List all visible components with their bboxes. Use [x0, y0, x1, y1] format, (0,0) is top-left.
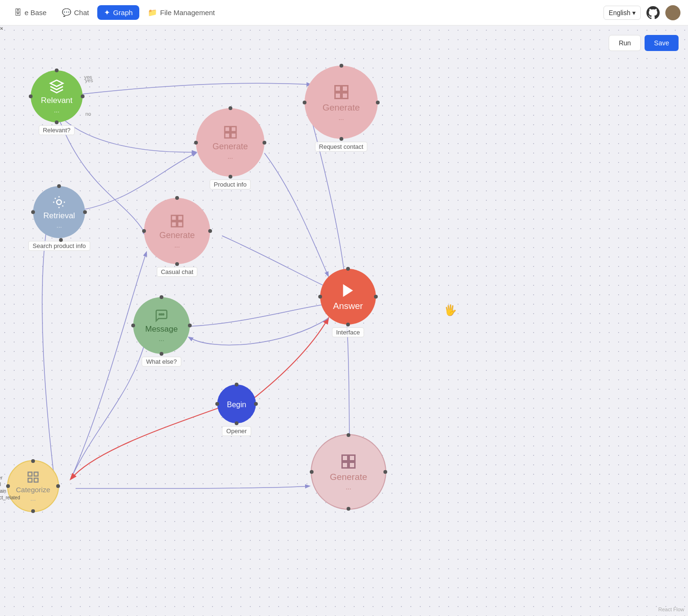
svg-rect-23	[342, 462, 348, 468]
svg-rect-24	[349, 462, 355, 468]
header: 🗄 e Base 💬 Chat ✦ Graph 📁 File Managemen…	[0, 0, 688, 26]
node-relevant[interactable]: yes no Relevant ... Relevant?	[31, 70, 83, 135]
nav-graph[interactable]: ✦ Graph	[97, 5, 139, 20]
handle-right	[376, 101, 380, 104]
tag-casual: casual	[0, 482, 20, 487]
message-label: What else?	[142, 357, 181, 367]
graph-canvas[interactable]: Run Save yes no	[0, 26, 688, 616]
handle-left	[142, 229, 146, 233]
generate-tr-title: Generate	[323, 103, 360, 113]
node-generate-center-mid[interactable]: Generate ... Casual chat	[144, 198, 210, 277]
handle-top	[160, 295, 163, 299]
handle-bottom	[59, 238, 63, 242]
handle-left	[31, 210, 35, 214]
handle-right	[254, 402, 258, 406]
begin-label: Opener	[222, 426, 251, 436]
node-generate-center-top[interactable]: Generate ... Product info	[196, 108, 264, 189]
svg-point-18	[161, 314, 162, 315]
node-generate-bottom[interactable]: Generate ...	[311, 434, 386, 510]
handle-left	[194, 141, 198, 145]
generate-cm-title: Generate	[159, 231, 195, 240]
generate-b-title: Generate	[330, 472, 367, 482]
handle-bottom	[346, 323, 350, 326]
svg-point-17	[159, 314, 161, 315]
tag-answer: answer	[0, 475, 20, 480]
handle-top	[229, 106, 232, 110]
svg-rect-21	[342, 455, 348, 461]
svg-rect-5	[335, 86, 340, 91]
generate-ct-dots: ...	[228, 153, 233, 160]
handle-top	[346, 267, 350, 271]
handle-left	[303, 101, 306, 104]
generate-cm-label: Casual chat	[157, 267, 198, 277]
svg-marker-20	[343, 284, 353, 297]
node-retrieval[interactable]: Retrieval ... Search product info	[28, 186, 90, 251]
svg-rect-15	[171, 222, 177, 227]
nav-left: 🗄 e Base 💬 Chat ✦ Graph 📁 File Managemen…	[8, 5, 221, 20]
handle-top	[55, 68, 59, 72]
handle-bottom	[235, 421, 238, 425]
svg-rect-9	[225, 127, 230, 132]
language-selector[interactable]: English ▾	[603, 6, 641, 20]
handle-top	[235, 383, 238, 386]
message-icon	[154, 308, 169, 323]
retrieval-label: Search product info	[28, 241, 90, 251]
svg-rect-14	[178, 215, 183, 221]
svg-rect-7	[335, 93, 340, 98]
svg-rect-22	[349, 455, 355, 461]
handle-left	[29, 94, 33, 98]
tag-complain: complain	[0, 488, 20, 494]
run-button[interactable]: Run	[609, 35, 641, 51]
svg-rect-16	[178, 222, 183, 227]
svg-point-19	[163, 314, 164, 315]
generate-ct-label: Product info	[210, 180, 251, 189]
handle-bottom	[31, 509, 35, 513]
message-title: Message	[145, 325, 178, 334]
yes-label: yes	[84, 74, 92, 80]
svg-rect-28	[34, 478, 38, 482]
message-dots: ...	[159, 335, 164, 342]
node-message[interactable]: Message ... What else?	[133, 297, 190, 367]
handle-bottom	[340, 137, 343, 141]
nav-file-management[interactable]: 📁 File Management	[141, 5, 221, 20]
handle-top	[340, 64, 343, 68]
node-answer[interactable]: Answer Interface	[320, 269, 376, 337]
generate-ct-title: Generate	[212, 142, 248, 152]
github-icon[interactable]	[646, 6, 660, 19]
generate-tr-dots: ...	[339, 114, 344, 121]
answer-title: Answer	[333, 301, 363, 311]
node-begin[interactable]: Begin Opener	[217, 385, 256, 436]
categorize-title: Categorize	[16, 486, 51, 494]
node-categorize[interactable]: answer casual complain product_related	[7, 460, 59, 512]
handle-right	[81, 94, 85, 98]
handle-bottom	[160, 352, 163, 356]
handle-right	[56, 484, 60, 488]
generate-cm-dots: ...	[174, 241, 180, 249]
handle-left	[310, 470, 314, 474]
categorize-icon	[26, 471, 40, 484]
svg-rect-11	[225, 133, 230, 138]
handle-right	[374, 295, 378, 299]
begin-title: Begin	[227, 401, 246, 409]
graph-icon: ✦	[104, 8, 110, 17]
nav-knowledge-base[interactable]: 🗄 e Base	[8, 6, 53, 20]
user-avatar[interactable]	[665, 5, 680, 20]
svg-rect-10	[231, 127, 236, 132]
nav-chat[interactable]: 💬 Chat	[55, 5, 96, 20]
no-label: no	[85, 111, 91, 117]
handle-top	[175, 196, 179, 200]
handle-top	[347, 433, 350, 437]
relevant-label: Relevant?	[39, 125, 75, 135]
svg-rect-13	[171, 215, 177, 221]
chevron-down-icon: ▾	[632, 9, 636, 17]
svg-rect-26	[34, 472, 38, 476]
save-button[interactable]: Save	[645, 35, 679, 51]
generate-b-dots: ...	[346, 483, 351, 491]
svg-rect-27	[28, 478, 32, 482]
react-flow-watermark: React Flow	[658, 607, 684, 612]
svg-rect-25	[28, 472, 32, 476]
generate-icon	[170, 214, 185, 229]
generate-icon	[333, 84, 350, 101]
handle-bottom	[347, 507, 350, 511]
node-generate-top-right[interactable]: Generate ... Request contact	[305, 66, 378, 152]
